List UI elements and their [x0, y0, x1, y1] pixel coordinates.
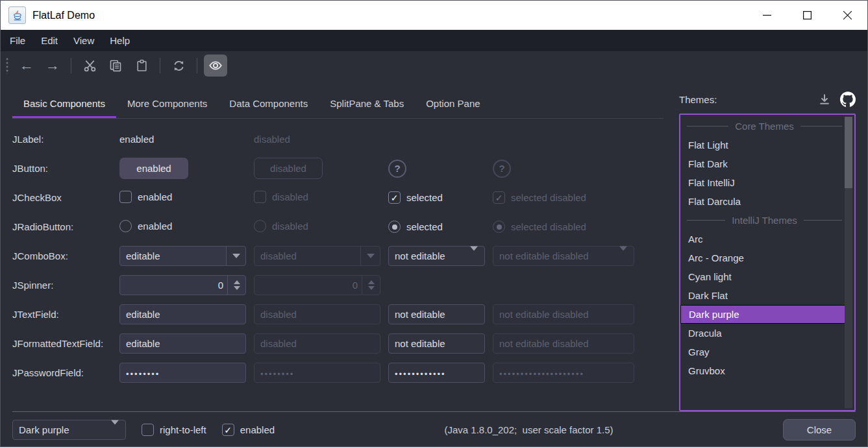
- refresh-button[interactable]: [167, 54, 190, 77]
- theme-list-item[interactable]: Flat IntelliJ: [680, 173, 846, 192]
- tab-option-pane[interactable]: Option Pane: [415, 91, 491, 118]
- jcheckbox-selected-disabled: ✓selected disabled: [493, 191, 586, 204]
- jformattedtextfield-editable[interactable]: editable: [119, 333, 246, 354]
- themes-label: Themes:: [679, 94, 717, 105]
- checkbox-unchecked-icon: [119, 191, 132, 203]
- theme-list-item[interactable]: Arc: [680, 230, 846, 248]
- jbutton-help-enabled[interactable]: ?: [388, 160, 406, 178]
- jtextfield-not-editable[interactable]: not editable: [388, 304, 485, 324]
- chevron-down-icon: [470, 250, 478, 261]
- forward-button[interactable]: →: [41, 54, 64, 77]
- jspinner-disabled: 0: [254, 275, 380, 295]
- rtl-checkbox[interactable]: right-to-left: [142, 424, 206, 436]
- tab-splitpane-tabs[interactable]: SplitPane & Tabs: [319, 91, 415, 118]
- jcombobox-not-editable[interactable]: not editable: [388, 246, 485, 266]
- minimize-button[interactable]: [747, 1, 787, 30]
- jradiobutton-disabled: disabled: [254, 220, 308, 232]
- spinner-up-icon: [234, 280, 240, 284]
- theme-list-item[interactable]: Flat Darcula: [680, 192, 846, 211]
- jformattedtextfield-disabled: disabled: [254, 333, 380, 354]
- back-arrow-icon: ←: [19, 58, 34, 73]
- menu-edit[interactable]: Edit: [33, 30, 66, 51]
- theme-selector-combo[interactable]: Dark purple: [12, 420, 126, 440]
- toolbar-separator: [160, 58, 160, 73]
- chevron-down-icon: [232, 254, 240, 258]
- theme-list-item[interactable]: Flat Light: [680, 136, 846, 154]
- back-button[interactable]: ←: [15, 54, 38, 77]
- scrollbar-track[interactable]: [845, 117, 852, 408]
- jcombobox-row-label: JComboBox:: [12, 250, 119, 261]
- show-hidden-toggle[interactable]: [204, 54, 227, 77]
- combo-arrow-button[interactable]: [226, 247, 245, 265]
- radio-unselected-icon: [254, 220, 266, 232]
- copy-icon: [109, 59, 122, 72]
- checkbox-unchecked-icon: [142, 424, 154, 436]
- radio-selected-icon: [493, 221, 505, 233]
- theme-list[interactable]: Core Themes Flat Light Flat Dark Flat In…: [679, 114, 856, 411]
- spinner-arrows: [362, 276, 380, 295]
- jtextfield-editable[interactable]: editable: [119, 304, 246, 324]
- jradiobutton-enabled[interactable]: enabled: [119, 220, 172, 232]
- close-window-button[interactable]: [827, 1, 867, 30]
- checkbox-unchecked-icon: [254, 191, 266, 203]
- maximize-button[interactable]: [787, 1, 827, 30]
- menu-bar: File Edit View Help: [1, 30, 867, 51]
- jlabel-row-label: JLabel:: [12, 134, 119, 145]
- title-bar: FlatLaf Demo: [1, 1, 867, 30]
- checkbox-checked-icon: ✓: [222, 424, 234, 436]
- cut-button[interactable]: [78, 54, 101, 77]
- menu-view[interactable]: View: [66, 30, 102, 51]
- status-text: (Java 1.8.0_202; user scale factor 1.5): [275, 424, 783, 435]
- jpasswordfield-editable[interactable]: ••••••••: [119, 363, 246, 383]
- jcombobox-disabled: disabled: [254, 246, 380, 266]
- menu-file[interactable]: File: [2, 30, 33, 51]
- menu-help[interactable]: Help: [102, 30, 138, 51]
- download-icon[interactable]: [818, 93, 831, 106]
- jcheckbox-enabled[interactable]: enabled: [119, 191, 172, 203]
- paste-icon: [136, 59, 148, 72]
- jcheckbox-disabled: disabled: [254, 191, 308, 203]
- jradiobutton-row-label: JRadioButton:: [12, 221, 119, 232]
- theme-list-item[interactable]: Dark Flat: [680, 286, 846, 305]
- jspinner-enabled[interactable]: 0: [119, 275, 246, 295]
- themes-panel: Themes: Core Themes Flat Light: [679, 80, 856, 411]
- scrollbar-thumb[interactable]: [845, 117, 852, 188]
- tab-more-components[interactable]: More Components: [116, 91, 218, 118]
- enabled-checkbox[interactable]: ✓enabled: [222, 424, 275, 436]
- tab-basic-components[interactable]: Basic Components: [12, 91, 116, 118]
- spinner-up-icon: [368, 280, 375, 284]
- github-icon[interactable]: [840, 91, 856, 107]
- theme-group-header: Core Themes: [680, 117, 846, 136]
- close-button[interactable]: Close: [783, 419, 856, 441]
- jcombobox-editable[interactable]: editable: [119, 246, 246, 266]
- spinner-arrows[interactable]: [227, 276, 245, 295]
- jbutton-enabled[interactable]: enabled: [119, 158, 188, 179]
- jformattedtextfield-row-label: JFormattedTextField:: [12, 338, 119, 349]
- theme-list-item[interactable]: Arc - Orange: [680, 248, 846, 267]
- tab-data-components[interactable]: Data Components: [218, 91, 319, 118]
- copy-button[interactable]: [104, 54, 127, 77]
- toolbar-grip[interactable]: [6, 57, 8, 74]
- jcheckbox-selected[interactable]: ✓selected: [388, 191, 443, 204]
- jpasswordfield-not-editable[interactable]: ••••••••••••: [388, 363, 485, 383]
- combo-arrow-button: [360, 247, 380, 265]
- theme-list-item[interactable]: Gruvbox: [680, 361, 846, 380]
- tabbed-pane: Basic Components More Components Data Co…: [12, 80, 663, 411]
- jpasswordfield-not-editable-disabled: ••••••••••••••••••••: [493, 363, 634, 383]
- window-controls: [747, 1, 867, 30]
- jformattedtextfield-not-editable[interactable]: not editable: [388, 333, 485, 354]
- theme-list-item[interactable]: Dracula: [680, 324, 846, 343]
- theme-list-item[interactable]: Flat Dark: [680, 154, 846, 173]
- jformattedtextfield-not-editable-disabled: not editable disabled: [493, 333, 634, 354]
- jcombobox-not-editable-disabled: not editable disabled: [493, 246, 634, 266]
- jradiobutton-selected[interactable]: selected: [388, 221, 443, 233]
- toolbar-separator: [197, 58, 197, 73]
- forward-arrow-icon: →: [45, 58, 60, 73]
- theme-list-item[interactable]: Cyan light: [680, 267, 846, 286]
- theme-list-item[interactable]: Gray: [680, 343, 846, 361]
- jlabel-disabled: disabled: [254, 134, 388, 145]
- tab-strip: Basic Components More Components Data Co…: [12, 91, 663, 119]
- paste-button[interactable]: [130, 54, 153, 77]
- java-app-icon: [8, 6, 26, 24]
- theme-list-item-selected[interactable]: Dark purple: [680, 305, 846, 324]
